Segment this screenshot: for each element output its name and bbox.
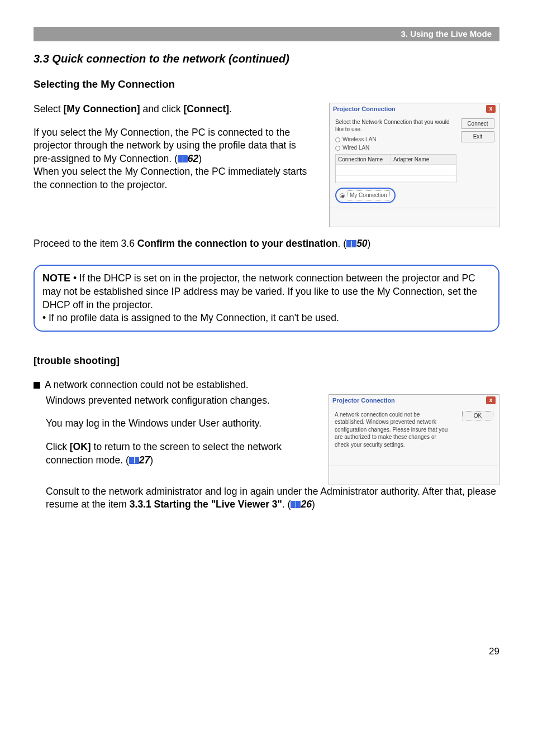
trouble-ok-bold: [OK] bbox=[70, 441, 91, 452]
intro-para2-c: When you select the My Connection, the P… bbox=[34, 166, 307, 190]
intro-line1-suffix: . bbox=[229, 103, 232, 114]
book-icon bbox=[129, 457, 139, 464]
ref-26: 26 bbox=[301, 499, 311, 510]
chapter-header-bar: 3. Using the Live Mode bbox=[34, 27, 499, 41]
book-icon bbox=[346, 240, 356, 247]
close-icon[interactable]: x bbox=[486, 105, 496, 113]
dialog1-titlebar: Projector Connection x bbox=[330, 103, 499, 115]
trouble-p3-a: Click bbox=[46, 441, 70, 452]
connect-button[interactable]: Connect bbox=[461, 118, 494, 130]
trouble-p3-c: ) bbox=[150, 454, 153, 466]
radio-my-connection[interactable]: My Connection bbox=[340, 192, 390, 198]
my-connection-annotation-oval: My Connection bbox=[335, 188, 396, 203]
table-row bbox=[336, 165, 456, 170]
dialog2-title-text: Projector Connection bbox=[332, 396, 395, 405]
intro-line1-prefix: Select bbox=[34, 103, 64, 114]
trouble-bullet-text: A network connection could not be establ… bbox=[42, 379, 249, 390]
radio-wireless-lan[interactable]: Wireless LAN bbox=[335, 136, 456, 143]
trouble-p1: Windows prevented network configuration … bbox=[46, 394, 314, 408]
ref-62: 62 bbox=[188, 153, 198, 164]
col-adapter-name: Adapter Name bbox=[391, 155, 456, 165]
troubleshooting-heading: [trouble shooting] bbox=[34, 354, 499, 367]
proceed-b: . ( bbox=[338, 238, 347, 249]
col-connection-name: Connection Name bbox=[336, 155, 391, 165]
note-bullet1: • If the DHCP is set on in the projector… bbox=[42, 272, 477, 310]
table-row bbox=[336, 176, 456, 181]
connection-table: Connection Name Adapter Name bbox=[335, 154, 456, 184]
close-icon[interactable]: x bbox=[486, 396, 496, 404]
dialog2-footer bbox=[329, 466, 499, 485]
radio-wired-lan[interactable]: Wired LAN bbox=[335, 144, 456, 152]
subsection-heading: Selecting the My Connection bbox=[34, 78, 499, 92]
proceed-c: ) bbox=[368, 238, 371, 249]
chapter-label: 3. Using the Live Mode bbox=[401, 28, 492, 40]
dialog2-titlebar: Projector Connection x bbox=[329, 395, 499, 406]
section-title: 3.3 Quick connection to the network (con… bbox=[34, 51, 499, 66]
ref-50: 50 bbox=[356, 238, 367, 249]
dialog2-message: A network connection could not be establ… bbox=[335, 411, 449, 449]
intro-line1-mid: and click bbox=[140, 103, 184, 114]
ref-27: 27 bbox=[139, 454, 150, 466]
proceed-bold: Confirm the connection to your destinati… bbox=[137, 238, 338, 249]
trouble-p4-bold: 3.3.1 Starting the "Live Viewer 3" bbox=[130, 499, 282, 510]
trouble-p4-b: . ( bbox=[282, 499, 291, 510]
trouble-p4-c: ) bbox=[312, 499, 315, 510]
dialog1-title-text: Projector Connection bbox=[333, 105, 396, 113]
dialog1-instruction: Select the Network Connection that you w… bbox=[335, 118, 456, 133]
exit-button[interactable]: Exit bbox=[461, 131, 494, 142]
trouble-bullet-row: A network connection could not be establ… bbox=[34, 379, 499, 392]
intro-text-block: Select [My Connection] and click [Connec… bbox=[34, 103, 316, 227]
book-icon bbox=[178, 155, 188, 162]
projector-connection-dialog-1: Projector Connection x Select the Networ… bbox=[329, 103, 499, 227]
dialog1-footer bbox=[330, 208, 499, 227]
table-row bbox=[336, 170, 456, 176]
square-bullet-icon bbox=[34, 382, 40, 389]
radio-wireless-label: Wireless LAN bbox=[342, 136, 377, 142]
trouble-p2: You may log in the Windows under User au… bbox=[46, 417, 314, 430]
note-bullet2: • If no profile data is assigned to the … bbox=[42, 312, 339, 323]
intro-para2-b: ) bbox=[198, 153, 202, 164]
projector-connection-dialog-2: Projector Connection x A network connect… bbox=[329, 394, 499, 485]
ok-button[interactable]: OK bbox=[462, 411, 493, 421]
page-number: 29 bbox=[34, 645, 499, 658]
radio-myconnection-label: My Connection bbox=[347, 190, 390, 200]
intro-connect-bold: [Connect] bbox=[183, 103, 229, 114]
radio-wired-label: Wired LAN bbox=[342, 145, 369, 151]
note-box: NOTE • If the DHCP is set on in the proj… bbox=[34, 265, 499, 332]
intro-myconnection-bold: [My Connection] bbox=[64, 103, 140, 114]
intro-para2-a: If you select the My Connection, the PC … bbox=[34, 127, 296, 164]
book-icon bbox=[291, 501, 301, 508]
trouble-text-block: Windows prevented network configuration … bbox=[46, 394, 314, 485]
proceed-a: Proceed to the item 3.6 bbox=[34, 238, 137, 249]
note-label: NOTE bbox=[42, 272, 70, 284]
